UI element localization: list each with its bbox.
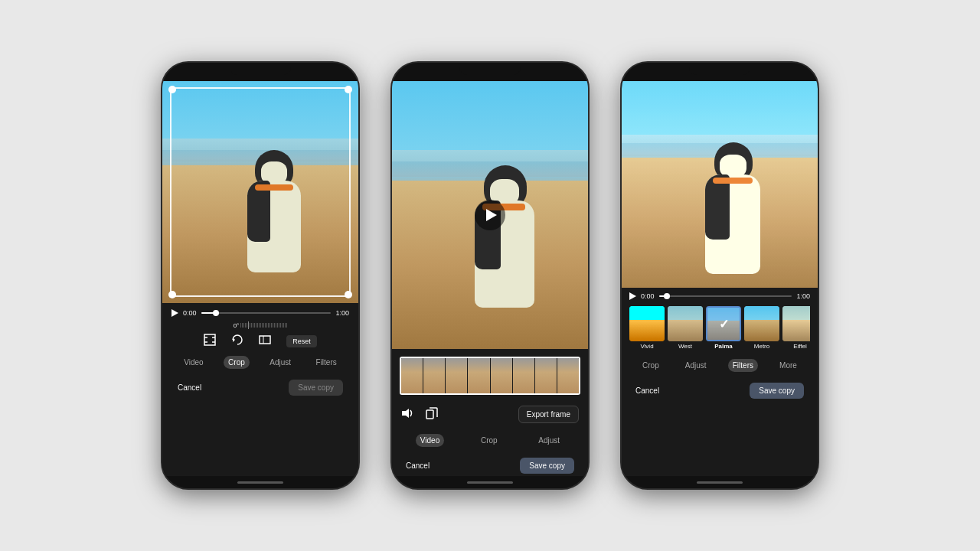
filter-name-west: West <box>678 343 692 350</box>
copy-icon[interactable] <box>426 407 438 422</box>
filter-img-palma: ✓ <box>706 306 741 341</box>
filmstrip[interactable] <box>400 357 580 395</box>
svg-rect-6 <box>260 336 270 344</box>
film-frame <box>446 358 467 393</box>
time-end: 1:00 <box>796 292 810 300</box>
phone-video: Export frame Video Crop Adjust Cancel Sa… <box>390 61 590 490</box>
dog <box>699 142 768 288</box>
tick <box>271 323 272 328</box>
save-copy-button[interactable]: Save copy <box>289 380 343 396</box>
icons-export-row: Export frame <box>400 403 580 426</box>
rotation-row: 0° <box>172 321 349 329</box>
tab-crop[interactable]: Crop <box>638 359 664 372</box>
svg-marker-8 <box>402 409 409 418</box>
film-frame <box>491 358 512 393</box>
screen: 0:00 1:00 Vivid <box>622 81 818 476</box>
tick <box>266 323 267 328</box>
photo-background <box>162 81 358 303</box>
tick <box>257 323 258 328</box>
tick <box>277 323 278 328</box>
dog <box>467 165 544 349</box>
tab-crop[interactable]: Crop <box>224 356 250 369</box>
tab-crop[interactable]: Crop <box>476 434 502 447</box>
tab-adjust[interactable]: Adjust <box>681 359 711 372</box>
controls-area: 0:00 1:00 0° <box>162 303 358 476</box>
frame-icon[interactable] <box>204 334 216 348</box>
tick-center <box>248 321 249 329</box>
tick <box>251 323 252 328</box>
phone-filters: 0:00 1:00 Vivid <box>620 61 819 490</box>
svg-rect-0 <box>204 334 215 345</box>
play-button[interactable] <box>172 309 178 317</box>
svg-rect-9 <box>426 410 433 419</box>
tick <box>282 323 283 328</box>
play-button[interactable] <box>629 292 636 300</box>
time-current: 0:00 <box>183 309 197 317</box>
rotate-icon[interactable] <box>231 334 243 348</box>
tab-adjust[interactable]: Adjust <box>265 356 296 369</box>
notch <box>459 63 521 75</box>
filter-vivid[interactable]: Vivid <box>629 306 665 350</box>
tick <box>242 323 243 328</box>
home-indicator <box>162 476 358 488</box>
aspect-ratio-icon[interactable] <box>259 334 271 348</box>
tick <box>268 323 269 328</box>
tab-filters[interactable]: Filters <box>728 359 758 372</box>
time-end: 1:00 <box>335 309 349 317</box>
rotation-ticks <box>240 321 287 329</box>
home-indicator <box>622 476 818 488</box>
video-area[interactable] <box>162 81 358 303</box>
video-area[interactable] <box>392 81 588 349</box>
tabs-row: Video Crop Adjust Filters <box>172 353 349 372</box>
export-frame-button[interactable]: Export frame <box>518 406 579 423</box>
filter-palma[interactable]: ✓ Palma <box>706 306 741 350</box>
save-copy-button[interactable]: Save copy <box>520 458 574 474</box>
tab-adjust[interactable]: Adjust <box>534 434 564 447</box>
playback-row: 0:00 1:00 <box>629 292 810 300</box>
film-frame <box>513 358 534 393</box>
filter-metro[interactable]: Metro <box>744 306 779 350</box>
reset-button[interactable]: Reset <box>286 335 317 347</box>
screen: 0:00 1:00 0° <box>162 81 358 476</box>
tab-video[interactable]: Video <box>416 434 444 447</box>
video-area[interactable] <box>622 81 818 288</box>
tick <box>240 323 241 328</box>
bottom-icons <box>401 407 438 422</box>
filter-check: ✓ <box>707 308 740 340</box>
filter-name-eiffel: Eiffel <box>793 343 807 350</box>
tab-more[interactable]: More <box>775 359 802 372</box>
tick <box>250 323 250 328</box>
filter-west[interactable]: West <box>668 306 703 350</box>
film-frame <box>401 358 423 393</box>
cancel-button[interactable]: Cancel <box>178 383 201 392</box>
tick <box>286 323 287 328</box>
cancel-button[interactable]: Cancel <box>406 461 430 470</box>
filter-img-eiffel <box>782 306 810 341</box>
phone-crop: 0:00 1:00 0° <box>161 61 360 490</box>
cancel-button[interactable]: Cancel <box>635 386 659 395</box>
notch <box>689 63 750 75</box>
save-copy-button[interactable]: Save copy <box>750 383 804 399</box>
status-bar <box>162 63 358 81</box>
tab-video[interactable]: Video <box>179 356 207 369</box>
dog <box>240 150 309 303</box>
bottom-row: Cancel Save copy <box>172 377 349 397</box>
film-frame <box>468 358 489 393</box>
volume-icon[interactable] <box>401 407 413 422</box>
home-indicator <box>392 476 588 488</box>
tick <box>276 323 276 328</box>
scrubber-thumb <box>213 310 219 316</box>
rotation-label: 0° <box>234 322 240 329</box>
bottom-row: Cancel Save copy <box>400 455 580 475</box>
tick <box>260 323 261 328</box>
filter-eiffel[interactable]: Eiffel <box>782 306 810 350</box>
tick <box>253 323 253 328</box>
film-frame <box>423 358 445 393</box>
tick <box>259 323 260 328</box>
scrubber[interactable] <box>201 312 332 314</box>
time-current: 0:00 <box>641 292 655 300</box>
home-bar <box>467 481 513 484</box>
tick <box>263 323 264 328</box>
scrubber[interactable] <box>659 295 792 297</box>
tab-filters[interactable]: Filters <box>312 356 341 369</box>
